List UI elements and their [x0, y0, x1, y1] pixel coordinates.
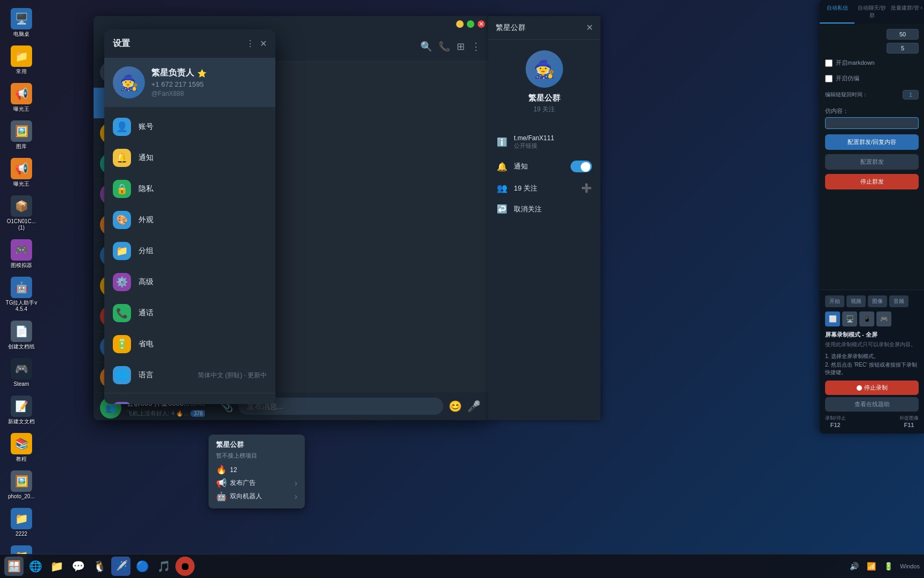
rec-mode-2[interactable]: 🖥️ — [842, 311, 857, 326]
desktop-icon-4[interactable]: 🖼️ 图库 — [3, 118, 40, 153]
language-icon: 🌐 — [113, 366, 131, 384]
rec-mode-1[interactable]: ⬜ — [825, 311, 840, 326]
appearance-label: 外观 — [138, 215, 267, 225]
desktop-icon-img-6: 📦 — [11, 195, 32, 217]
automation-panel: 自动私信 自动聊天/炒群 批量建群/管 › 开启markdown 开启仿编 — [820, 0, 924, 434]
desktop-icon-13[interactable]: 🖼️ photo_20... — [3, 468, 40, 503]
taskbar: 🪟 🌐 📁 💬 🐧 ✈️ 🔵 🎵 ⏺ 🔊 📶 🔋 Windos — [0, 554, 924, 578]
hotkey-capture: 补捉图像 F11 — [899, 415, 919, 428]
notification-toggle[interactable] — [571, 161, 592, 172]
taskbar-file[interactable]: 📁 — [47, 557, 66, 576]
tab-auto-chat[interactable]: 自动聊天/炒群 — [854, 0, 889, 24]
desktop-icon-1[interactable]: 🖥️ 电脑桌 — [3, 5, 40, 40]
network-icon[interactable]: 📶 — [864, 559, 879, 574]
stop-broadcast-button[interactable]: 停止群发 — [825, 174, 919, 189]
fake-content-input[interactable] — [825, 117, 919, 129]
popup-robot-item[interactable]: 🤖 双向机器人 › — [216, 490, 297, 503]
rec-mode-3[interactable]: 📱 — [859, 311, 874, 326]
settings-item-advanced[interactable]: ⚙️ 高级 — [104, 267, 275, 298]
emoji-button[interactable]: 😊 — [449, 400, 462, 413]
link-label: 公开链接 — [514, 142, 554, 150]
desktop-icon-11[interactable]: 📝 新建文文档 — [3, 393, 40, 428]
robot-label: 双向机器人 — [230, 492, 262, 501]
battery-icon[interactable]: 🔋 — [881, 559, 896, 574]
taskbar-start[interactable]: 🪟 — [4, 557, 24, 576]
desktop-icon-6[interactable]: 📦 O1CN01C...(1) — [3, 193, 40, 234]
maximize-button[interactable]: □ — [467, 20, 474, 28]
taskbar-music[interactable]: 🎵 — [154, 557, 173, 576]
taskbar-browser[interactable]: 🌐 — [26, 557, 45, 576]
recording-tab-start[interactable]: 开始 — [825, 295, 844, 307]
desktop-icon-label-11: 新建文文档 — [8, 419, 35, 425]
settings-more-button[interactable]: ⋮ — [246, 39, 255, 49]
settings-item-premium[interactable]: ⭐ Telegram Premium — [104, 396, 275, 404]
taskbar-wechat[interactable]: 💬 — [68, 557, 88, 576]
profile-phone: +1 672 217 1595 — [151, 80, 267, 88]
desktop-icon-14[interactable]: 📁 2222 — [3, 505, 40, 540]
stop-recording-button[interactable]: 停止录制 — [825, 381, 919, 395]
settings-item-account[interactable]: 👤 账号 — [104, 111, 275, 142]
desktop-icon-label-steam: Steam — [14, 381, 29, 387]
calls-button[interactable]: 📞 — [438, 41, 450, 52]
desktop-icon-3[interactable]: 📢 曝光王 — [3, 80, 40, 115]
desktop-icon-label-8: TG拉人助手v4.5.4 — [5, 300, 37, 313]
desktop-icon-9[interactable]: 📄 创建文档纸 — [3, 318, 40, 353]
desktop-icon-5[interactable]: 📢 曝光王 — [3, 155, 40, 190]
taskbar-chrome[interactable]: 🔵 — [133, 557, 152, 576]
auto-value-input-1[interactable] — [887, 29, 919, 40]
settings-item-notifications[interactable]: 🔔 通知 — [104, 142, 275, 173]
hotkeys-row: 录制/停止 F12 补捉图像 F11 — [825, 415, 919, 428]
robot-arrow: › — [295, 492, 297, 501]
settings-item-privacy[interactable]: 🔒 隐私 — [104, 173, 275, 204]
view-help-button[interactable]: 查看在线题助 — [825, 397, 919, 412]
fake-edit-checkbox[interactable] — [825, 75, 833, 82]
auto-value-input-2[interactable] — [887, 43, 919, 54]
close-button[interactable]: ✕ — [478, 20, 485, 28]
fake-edit-label: 开启仿编 — [836, 74, 859, 82]
tab-auto-private[interactable]: 自动私信 — [820, 0, 854, 24]
channel-followers-item[interactable]: 👥 19 关注 ➕ — [488, 178, 600, 199]
desktop-icon-12[interactable]: 📚 教程 — [3, 430, 40, 465]
channel-panel-close-button[interactable]: ✕ — [586, 22, 593, 33]
more-button[interactable]: ⋮ — [471, 41, 481, 52]
system-tray: 🔊 📶 🔋 — [846, 559, 896, 574]
settings-item-language[interactable]: 🌐 语言 简体中文 (胆耻) · 更新中 — [104, 360, 275, 391]
volume-icon[interactable]: 🔊 — [846, 559, 861, 574]
rec-mode-4[interactable]: 🎮 — [876, 311, 891, 326]
account-label: 账号 — [138, 122, 267, 132]
layout-button[interactable]: ⊞ — [457, 41, 465, 52]
screen-recording-section: 开始 视频 图像 音频 ⬜ 🖥️ 📱 🎮 屏幕录制模式 - 全屏 使用此录制模式… — [820, 290, 924, 434]
tab-batch-group[interactable]: 批量建群/管 › — [889, 0, 924, 24]
minimize-button[interactable]: − — [456, 20, 464, 28]
popup-group-name: 繁星公群 — [216, 440, 297, 450]
channel-info-link-item[interactable]: ℹ️ t.me/FanX111 公开链接 — [488, 129, 600, 155]
recording-tab-video[interactable]: 视频 — [846, 295, 866, 307]
desktop-icon-8[interactable]: 🤖 TG拉人助手v4.5.4 — [3, 274, 40, 315]
channel-leave-item[interactable]: ↩️ 取消关注 — [488, 199, 600, 219]
broadcast-send-button[interactable]: 配置群发 — [825, 154, 919, 170]
followers-count: 19 关注 — [514, 184, 537, 193]
taskbar-qq[interactable]: 🐧 — [90, 557, 109, 576]
taskbar-record[interactable]: ⏺ — [175, 557, 195, 576]
recording-tab-image[interactable]: 图像 — [868, 295, 887, 307]
markdown-checkbox[interactable] — [825, 59, 833, 67]
recording-tab-audio[interactable]: 音频 — [889, 295, 908, 307]
auto-value-row-1 — [825, 29, 919, 40]
voice-button[interactable]: 🎤 — [467, 400, 481, 413]
popup-ad-item[interactable]: 📢 发布广告 › — [216, 476, 297, 490]
add-follower-icon[interactable]: ➕ — [581, 183, 592, 193]
settings-item-groups[interactable]: 📁 分组 — [104, 235, 275, 267]
channel-notification-item[interactable]: 🔔 通知 — [488, 155, 600, 178]
desktop-icon-7[interactable]: 🎮 图模拟器 — [3, 237, 40, 271]
settings-item-power[interactable]: 🔋 省电 — [104, 329, 275, 360]
settings-item-calls[interactable]: 📞 通话 — [104, 298, 275, 329]
desktop-icon-label-7: 图模拟器 — [11, 262, 32, 269]
settings-item-appearance[interactable]: 🎨 外观 — [104, 204, 275, 235]
search-button[interactable]: 🔍 — [420, 41, 432, 52]
desktop-icon-2[interactable]: 📁 常用 — [3, 43, 40, 78]
settings-close-button[interactable]: ✕ — [260, 39, 267, 49]
desktop-icon-steam[interactable]: 🎮 Steam — [3, 355, 40, 390]
privacy-icon: 🔒 — [113, 180, 131, 198]
config-broadcast-button[interactable]: 配置群发/回复内容 — [825, 134, 919, 150]
taskbar-telegram[interactable]: ✈️ — [111, 557, 130, 576]
